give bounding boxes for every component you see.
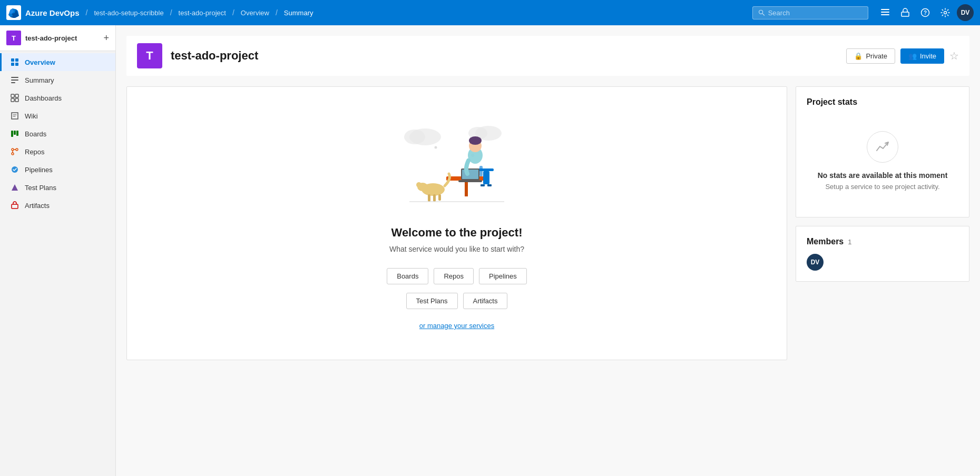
artifacts-service-button[interactable]: Artifacts <box>463 293 508 309</box>
help-icon[interactable]: ? <box>917 4 934 21</box>
svg-point-24 <box>12 153 14 155</box>
add-project-icon[interactable]: + <box>103 33 109 44</box>
project-header-actions: 🔒 Private 👥 Invite ☆ <box>846 48 959 64</box>
svg-rect-11 <box>11 63 14 66</box>
members-header: Members 1 <box>807 237 958 246</box>
search-icon <box>758 9 765 16</box>
sidebar-item-artifacts[interactable]: Artifacts <box>0 196 115 214</box>
test-plans-service-button[interactable]: Test Plans <box>406 293 458 309</box>
project-header-left: T test-ado-project <box>137 43 258 68</box>
svg-point-46 <box>469 136 482 145</box>
svg-point-23 <box>12 148 14 151</box>
members-title: Members <box>807 237 844 246</box>
invite-label: Invite <box>920 52 936 60</box>
overview-icon <box>10 57 19 67</box>
svg-rect-49 <box>458 180 482 182</box>
svg-rect-18 <box>11 98 14 102</box>
project-name: test-ado-project <box>25 34 99 42</box>
test-plans-icon <box>10 183 19 192</box>
crumb-project[interactable]: test-ado-project <box>179 9 226 17</box>
sidebar-item-pipelines[interactable]: Pipelines <box>0 161 115 178</box>
repos-service-button[interactable]: Repos <box>434 268 474 284</box>
svg-rect-15 <box>11 82 15 83</box>
service-buttons-row2: Test Plans Artifacts <box>406 293 508 309</box>
dashboards-icon <box>10 93 19 103</box>
svg-point-0 <box>759 10 763 14</box>
stats-empty-state: No stats are available at this moment Se… <box>807 115 958 206</box>
pipelines-icon <box>10 165 19 174</box>
invite-button[interactable]: 👥 Invite <box>900 48 944 64</box>
svg-point-36 <box>435 146 437 149</box>
svg-rect-14 <box>11 80 18 81</box>
lock-icon: 🔒 <box>854 52 863 60</box>
project-title: test-ado-project <box>171 49 258 63</box>
invite-icon: 👥 <box>908 52 917 60</box>
sidebar: T test-ado-project + Overview Summary <box>0 25 116 476</box>
boards-icon <box>10 129 19 138</box>
private-label: Private <box>866 52 887 60</box>
sidebar-item-summary[interactable]: Summary <box>0 71 115 89</box>
sidebar-item-boards[interactable]: Boards <box>0 125 115 143</box>
user-avatar[interactable]: DV <box>957 4 974 21</box>
repos-icon <box>10 147 19 156</box>
svg-rect-9 <box>11 58 14 62</box>
svg-rect-40 <box>483 171 489 184</box>
svg-rect-16 <box>11 94 14 97</box>
members-card: Members 1 DV <box>796 226 969 282</box>
project-header: T test-ado-project 🔒 Private 👥 Invite ☆ <box>126 36 969 76</box>
svg-rect-42 <box>487 184 492 186</box>
crumb-summary[interactable]: Summary <box>284 9 313 17</box>
main-content: T test-ado-project 🔒 Private 👥 Invite ☆ <box>116 25 980 476</box>
svg-rect-10 <box>15 58 18 62</box>
settings-icon[interactable] <box>937 4 954 21</box>
sidebar-item-artifacts-label: Artifacts <box>25 202 50 210</box>
sidebar-item-wiki[interactable]: Wiki <box>0 107 115 125</box>
content-grid: Welcome to the project! What service wou… <box>126 86 969 360</box>
welcome-illustration <box>383 108 531 213</box>
search-input[interactable] <box>768 9 863 17</box>
stats-empty-title: No stats are available at this moment <box>818 171 948 180</box>
welcome-card: Welcome to the project! What service wou… <box>126 86 787 360</box>
topnav-icons: ? DV <box>877 4 974 21</box>
search-box <box>752 6 868 19</box>
package-icon[interactable] <box>897 4 914 21</box>
wiki-icon <box>10 111 19 121</box>
private-button[interactable]: 🔒 Private <box>846 48 895 64</box>
project-stats-card: Project stats No stats are available at … <box>796 86 969 217</box>
welcome-subtitle: What service would you like to start wit… <box>389 245 524 253</box>
azure-devops-logo[interactable] <box>6 5 21 20</box>
favorite-star-icon[interactable]: ☆ <box>949 49 959 62</box>
pipelines-service-button[interactable]: Pipelines <box>479 268 527 284</box>
crumb-overview[interactable]: Overview <box>241 9 269 17</box>
sidebar-item-repos-label: Repos <box>25 148 45 156</box>
artifacts-icon <box>10 201 19 210</box>
svg-rect-5 <box>901 12 909 16</box>
sidebar-item-repos[interactable]: Repos <box>0 143 115 161</box>
svg-rect-38 <box>465 181 468 196</box>
sidebar-project-header[interactable]: T test-ado-project + <box>0 25 115 51</box>
members-count: 1 <box>848 238 851 246</box>
crumb-org[interactable]: test-ado-setup-scribble <box>94 9 163 17</box>
sidebar-item-overview-label: Overview <box>25 58 55 66</box>
svg-rect-13 <box>11 77 18 78</box>
svg-rect-54 <box>433 194 436 202</box>
sidebar-nav: Overview Summary Dashboards <box>0 51 115 476</box>
summary-icon <box>10 75 19 85</box>
task-list-icon[interactable] <box>877 4 894 21</box>
sidebar-item-overview[interactable]: Overview <box>0 53 115 71</box>
stats-chart-icon <box>867 131 898 163</box>
sidebar-item-test-plans[interactable]: Test Plans <box>0 178 115 196</box>
right-panel: Project stats No stats are available at … <box>796 86 969 360</box>
top-navbar: Azure DevOps / test-ado-setup-scribble /… <box>0 0 980 25</box>
svg-marker-29 <box>12 184 18 191</box>
svg-rect-55 <box>438 194 441 201</box>
svg-rect-12 <box>15 63 18 66</box>
sidebar-item-wiki-label: Wiki <box>25 112 38 120</box>
svg-rect-19 <box>15 98 18 102</box>
manage-services-link[interactable]: or manage your services <box>419 322 494 330</box>
sidebar-item-dashboards[interactable]: Dashboards <box>0 89 115 107</box>
svg-rect-4 <box>881 14 889 15</box>
member-avatar-dv[interactable]: DV <box>807 254 824 271</box>
boards-service-button[interactable]: Boards <box>387 268 428 284</box>
app-layout: T test-ado-project + Overview Summary <box>0 25 980 476</box>
